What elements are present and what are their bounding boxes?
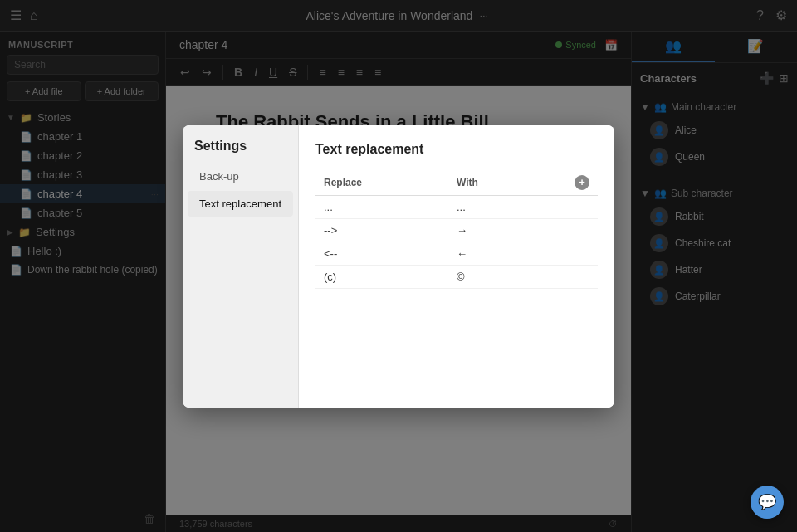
modal-title: Settings [183, 139, 298, 164]
modal-nav-text-replacement[interactable]: Text replacement [188, 191, 293, 217]
modal-content-title: Text replacement [315, 142, 598, 157]
modal-main-content: Text replacement Replace With + ......--… [299, 125, 614, 408]
modal-nav-backup[interactable]: Back-up [188, 164, 293, 189]
replacement-table: Replace With + ......-->→<--←(c)© [315, 170, 598, 290]
modal-nav: Settings Back-up Text replacement [183, 125, 299, 408]
table-row: <--← [315, 242, 598, 266]
settings-modal: Settings Back-up Text replacement Text r… [183, 125, 614, 408]
replace-cell: <-- [315, 242, 448, 266]
with-cell: ← [448, 242, 598, 266]
modal-overlay[interactable]: Settings Back-up Text replacement Text r… [0, 0, 797, 532]
replace-cell: --> [315, 219, 448, 242]
replace-cell: (c) [315, 266, 448, 289]
with-cell: © [448, 266, 598, 289]
add-replacement-button[interactable]: + [575, 175, 589, 190]
col-with-label: With [457, 177, 478, 188]
chat-icon: 💬 [758, 493, 776, 511]
col-with: With + [448, 170, 598, 196]
with-cell: → [448, 219, 598, 242]
table-row: -->→ [315, 219, 598, 242]
replace-cell: ... [315, 196, 448, 219]
table-row: ...... [315, 196, 598, 219]
with-cell: ... [448, 196, 598, 219]
chat-button[interactable]: 💬 [751, 486, 784, 519]
table-row: (c)© [315, 266, 598, 289]
col-replace: Replace [315, 170, 448, 196]
